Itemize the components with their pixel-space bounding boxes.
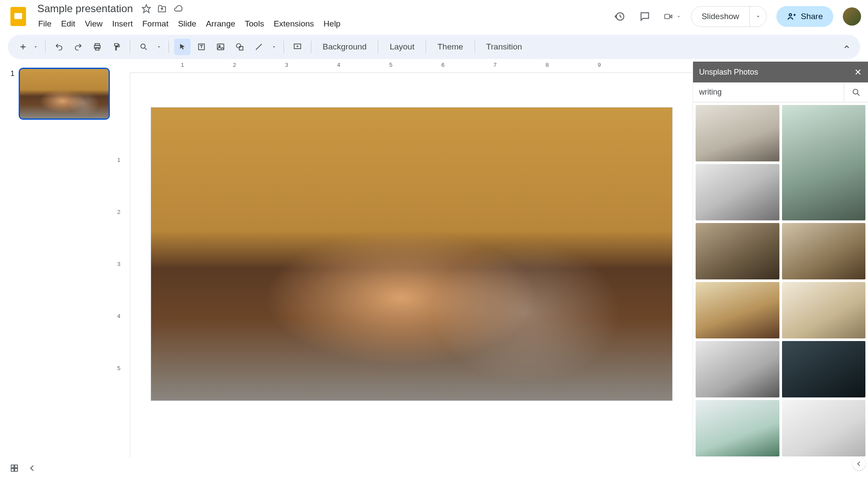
ruler-h-tick: 9 <box>597 62 601 68</box>
ruler-horizontal[interactable]: 1 2 3 4 5 6 7 8 9 <box>130 62 693 73</box>
search-input[interactable] <box>693 82 844 102</box>
menu-format[interactable]: Format <box>138 16 173 31</box>
canvas-viewport[interactable] <box>130 73 693 476</box>
result-image[interactable] <box>696 282 779 338</box>
svg-marker-0 <box>142 5 150 13</box>
filmstrip[interactable]: 1 <box>0 62 116 476</box>
collapse-toolbar-icon[interactable] <box>840 40 853 53</box>
ruler-h-tick: 1 <box>181 62 184 68</box>
slide-image[interactable] <box>151 108 672 400</box>
insert-line-button[interactable] <box>251 39 267 55</box>
star-icon[interactable] <box>142 4 151 13</box>
menu-edit[interactable]: Edit <box>57 16 80 31</box>
insert-image-button[interactable] <box>212 39 229 55</box>
sidepanel-search <box>693 82 868 102</box>
menu-help[interactable]: Help <box>319 16 345 31</box>
menubar: File Edit View Insert Format Slide Arran… <box>34 16 612 31</box>
svg-rect-15 <box>11 465 14 468</box>
text-box-button[interactable] <box>193 39 210 55</box>
collapse-sidepanel-icon[interactable] <box>852 457 865 470</box>
slide-canvas[interactable] <box>151 108 672 400</box>
result-image[interactable] <box>782 400 866 456</box>
result-image[interactable] <box>782 341 866 397</box>
redo-button[interactable] <box>70 39 86 55</box>
close-icon[interactable] <box>854 68 862 76</box>
transition-button[interactable]: Transition <box>480 39 528 55</box>
result-image[interactable] <box>782 223 866 279</box>
svg-rect-17 <box>11 469 14 471</box>
ruler-v-tick: 5 <box>117 365 120 371</box>
meet-button[interactable] <box>662 12 681 21</box>
ruler-v-tick: 3 <box>117 261 120 267</box>
search-button[interactable] <box>844 82 868 102</box>
ruler-h-tick: 2 <box>233 62 236 68</box>
svg-point-14 <box>853 89 858 94</box>
theme-button[interactable]: Theme <box>431 39 469 55</box>
zoom-button[interactable] <box>135 39 152 55</box>
slideshow-main[interactable]: Slideshow <box>691 7 750 26</box>
results-grid[interactable] <box>693 102 868 476</box>
line-dropdown[interactable] <box>270 39 278 55</box>
svg-rect-12 <box>239 46 243 50</box>
new-slide-button[interactable] <box>15 39 31 55</box>
layout-button[interactable]: Layout <box>383 39 420 55</box>
result-image[interactable] <box>696 164 779 220</box>
ruler-vertical[interactable]: 1 2 3 4 5 <box>116 73 130 476</box>
result-image[interactable] <box>782 282 866 338</box>
account-avatar[interactable] <box>843 7 861 26</box>
title-area: Sample presentation File Edit View Inser… <box>34 2 612 31</box>
slideshow-button: Slideshow <box>691 6 767 27</box>
select-tool[interactable] <box>174 39 191 55</box>
unsplash-sidepanel: Unsplash Photos <box>693 62 868 476</box>
insert-comment-button[interactable] <box>289 39 306 55</box>
menu-file[interactable]: File <box>34 16 56 31</box>
result-image[interactable] <box>696 105 779 161</box>
bottom-bar <box>0 457 868 479</box>
new-slide-dropdown[interactable] <box>31 39 40 55</box>
menu-slide[interactable]: Slide <box>174 16 201 31</box>
history-icon[interactable] <box>612 9 627 24</box>
svg-point-7 <box>141 44 145 48</box>
header-right: Slideshow Share <box>612 6 861 27</box>
ruler-h-tick: 8 <box>545 62 548 68</box>
slide-thumbnail[interactable] <box>19 68 110 120</box>
share-label: Share <box>801 12 823 21</box>
result-image[interactable] <box>782 105 866 220</box>
svg-point-3 <box>789 14 792 16</box>
cloud-status-icon[interactable] <box>173 4 183 13</box>
sidepanel-header: Unsplash Photos <box>693 62 868 82</box>
svg-rect-18 <box>15 469 17 471</box>
slideshow-dropdown[interactable] <box>749 7 766 26</box>
svg-rect-16 <box>15 465 17 468</box>
menu-arrange[interactable]: Arrange <box>201 16 240 31</box>
insert-shape-button[interactable] <box>231 39 248 55</box>
grid-view-icon[interactable] <box>10 463 19 473</box>
svg-rect-2 <box>664 14 670 19</box>
ruler-h-tick: 5 <box>389 62 392 68</box>
menu-extensions[interactable]: Extensions <box>269 16 318 31</box>
comments-icon[interactable] <box>637 9 653 24</box>
sidepanel-title: Unsplash Photos <box>699 68 758 77</box>
move-icon[interactable] <box>157 4 167 13</box>
result-image[interactable] <box>696 223 779 279</box>
undo-button[interactable] <box>51 39 67 55</box>
document-title[interactable]: Sample presentation <box>34 2 136 16</box>
main-area: 1 1 2 3 4 5 6 7 8 9 1 2 3 4 5 <box>0 62 868 476</box>
result-image[interactable] <box>696 400 779 456</box>
print-button[interactable] <box>89 39 106 55</box>
background-button[interactable]: Background <box>317 39 373 55</box>
ruler-v-tick: 4 <box>117 313 120 319</box>
menu-tools[interactable]: Tools <box>241 16 268 31</box>
slides-app-icon[interactable] <box>7 5 30 28</box>
svg-rect-9 <box>218 44 224 49</box>
menu-view[interactable]: View <box>80 16 107 31</box>
ruler-h-tick: 7 <box>493 62 496 68</box>
result-image[interactable] <box>696 341 779 397</box>
paint-format-button[interactable] <box>108 39 125 55</box>
canvas-area: 1 2 3 4 5 6 7 8 9 1 2 3 4 5 <box>116 62 693 476</box>
menu-insert[interactable]: Insert <box>108 16 137 31</box>
share-button[interactable]: Share <box>776 6 833 27</box>
app-header: Sample presentation File Edit View Inser… <box>0 0 868 30</box>
zoom-dropdown[interactable] <box>155 39 163 55</box>
chevron-left-icon[interactable] <box>28 464 36 472</box>
